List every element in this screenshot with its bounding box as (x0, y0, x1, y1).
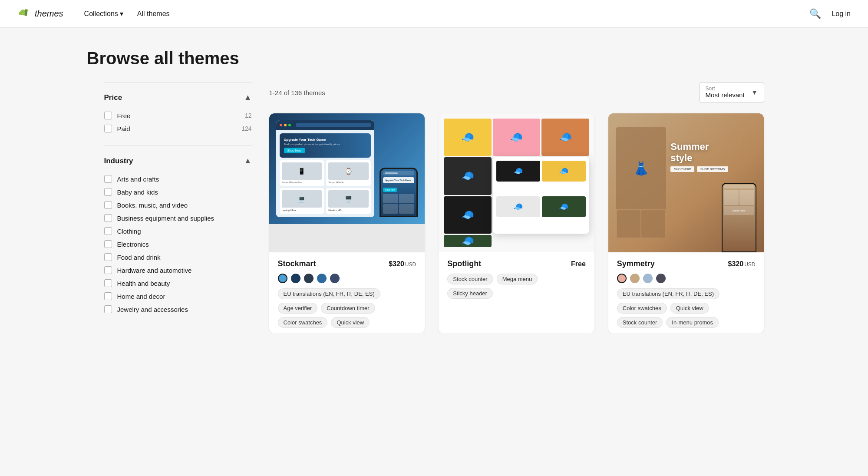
industry-filter-item: Books, music, and video (104, 198, 252, 212)
nav-links: Collections ▾ All themes (84, 10, 810, 18)
industry-label: Books, music, and video (117, 202, 188, 209)
color-swatch[interactable] (630, 274, 640, 283)
price-filter-items: Free 12 Paid 124 (104, 109, 252, 135)
sort-inner: Sort Most relevant (706, 86, 745, 99)
industry-collapse-icon: ▲ (244, 156, 252, 165)
industry-label: Hardware and automotive (117, 267, 192, 274)
price-collapse-icon: ▲ (244, 93, 252, 102)
theme-price: Free (571, 260, 586, 268)
theme-tag: Stock counter (617, 317, 663, 328)
theme-preview: Summerstyle SHOP NOW SHOP BOTTOMS 👗 Summ… (608, 113, 764, 252)
industry-checkbox[interactable] (104, 227, 112, 235)
industry-checkbox[interactable] (104, 253, 112, 261)
theme-card[interactable]: Upgrade Your Tech Game Find your perfect… (269, 113, 425, 333)
theme-tag: Color swatches (278, 317, 328, 328)
results-count: 1-24 of 136 themes (269, 89, 325, 96)
theme-name-row: Stockmart $320USD (278, 259, 416, 268)
price-count: 124 (241, 125, 251, 132)
theme-name-row: Symmetry $320USD (617, 259, 756, 268)
industry-filter-items: Arts and crafts Baby and kids Books, mus… (104, 172, 252, 316)
industry-filter-item: Jewelry and accessories (104, 303, 252, 316)
theme-tags: Stock counterMega menuSticky header (447, 274, 586, 299)
color-swatches (278, 274, 416, 283)
industry-filter-header[interactable]: Industry ▲ (104, 156, 252, 165)
industry-label: Arts and crafts (117, 175, 159, 183)
theme-tag: Sticky header (447, 288, 493, 299)
color-swatch[interactable] (656, 274, 666, 283)
theme-name: Symmetry (617, 259, 655, 268)
color-swatch[interactable] (317, 274, 327, 283)
price-label: Free (117, 112, 131, 119)
theme-info: Spotlight Free Stock counterMega menuSti… (439, 252, 594, 304)
theme-name-row: Spotlight Free (447, 259, 586, 268)
theme-name: Stockmart (278, 259, 316, 268)
sidebar: Price ▲ Free 12 Paid 124 Industry ▲ (104, 82, 252, 326)
industry-filter-item: Baby and kids (104, 185, 252, 198)
price-filter-header[interactable]: Price ▲ (104, 93, 252, 102)
industry-filter-item: Health and beauty (104, 277, 252, 290)
page-title: Browse all themes (87, 49, 782, 68)
color-swatch[interactable] (291, 274, 300, 283)
search-icon[interactable]: 🔍 (809, 8, 821, 20)
color-swatch[interactable] (330, 274, 340, 283)
sort-control[interactable]: Sort Most relevant ▼ (699, 82, 764, 103)
color-swatch[interactable] (617, 274, 627, 283)
industry-label: Clothing (117, 228, 141, 235)
industry-filter-item: Electronics (104, 238, 252, 251)
all-themes-link[interactable]: All themes (137, 10, 170, 18)
industry-filter-item: Clothing (104, 225, 252, 238)
color-swatch[interactable] (304, 274, 314, 283)
industry-checkbox[interactable] (104, 188, 112, 196)
sort-label: Sort (706, 86, 745, 91)
theme-tag: EU translations (EN, FR, IT, DE, ES) (617, 288, 719, 299)
navbar: themes Collections ▾ All themes 🔍 Log in (0, 0, 868, 28)
color-swatch[interactable] (278, 274, 287, 283)
login-link[interactable]: Log in (832, 10, 851, 18)
logo-link[interactable]: themes (17, 7, 63, 21)
industry-checkbox[interactable] (104, 214, 112, 222)
theme-preview: 🧢 🧢 🧢 🧢 🧢 🧢 🧢 🧢 🧢 🧢 (439, 113, 594, 252)
price-label: Paid (117, 125, 130, 132)
theme-name: Spotlight (447, 259, 481, 268)
themes-grid: Upgrade Your Tech Game Find your perfect… (269, 113, 764, 333)
price-count: 12 (245, 112, 252, 119)
theme-info: Stockmart $320USD EU translations (EN, F… (269, 252, 425, 333)
price-filter-section: Price ▲ Free 12 Paid 124 (104, 82, 252, 145)
industry-filter-item: Arts and crafts (104, 172, 252, 185)
price-filter-title: Price (104, 93, 122, 102)
results-bar: 1-24 of 136 themes Sort Most relevant ▼ (269, 82, 764, 103)
chevron-down-icon: ▾ (120, 10, 123, 18)
industry-label: Food and drink (117, 254, 161, 261)
price-checkbox[interactable] (104, 125, 112, 132)
nav-actions: 🔍 Log in (809, 8, 851, 20)
color-swatches (617, 274, 756, 283)
theme-info: Symmetry $320USD EU translations (EN, FR… (608, 252, 764, 333)
industry-checkbox[interactable] (104, 201, 112, 209)
industry-filter-title: Industry (104, 157, 133, 165)
industry-label: Home and decor (117, 293, 165, 300)
theme-tag: Mega menu (497, 274, 538, 284)
color-swatch[interactable] (643, 274, 653, 283)
industry-checkbox[interactable] (104, 240, 112, 248)
collections-link[interactable]: Collections ▾ (84, 10, 123, 18)
theme-card[interactable]: Summerstyle SHOP NOW SHOP BOTTOMS 👗 Summ… (608, 113, 764, 333)
industry-label: Electronics (117, 241, 149, 248)
industry-filter-item: Food and drink (104, 251, 252, 264)
industry-checkbox[interactable] (104, 266, 112, 274)
theme-tag: EU translations (EN, FR, IT, DE, ES) (278, 288, 380, 299)
theme-tag: Age verifier (278, 303, 318, 314)
sort-chevron-icon: ▼ (752, 89, 758, 96)
shopify-icon (17, 7, 31, 21)
theme-price: $320USD (389, 260, 416, 268)
industry-checkbox[interactable] (104, 292, 112, 300)
industry-checkbox[interactable] (104, 279, 112, 287)
price-checkbox[interactable] (104, 112, 112, 119)
sort-value: Most relevant (706, 91, 745, 99)
industry-filter-item: Business equipment and supplies (104, 212, 252, 225)
industry-checkbox[interactable] (104, 175, 112, 183)
theme-tag: In-menu promos (666, 317, 719, 328)
industry-checkbox[interactable] (104, 305, 112, 313)
theme-card[interactable]: 🧢 🧢 🧢 🧢 🧢 🧢 🧢 🧢 🧢 🧢 Spotlight Free Stock… (439, 113, 594, 333)
industry-filter-section: Industry ▲ Arts and crafts Baby and kids… (104, 145, 252, 326)
industry-filter-item: Home and decor (104, 290, 252, 303)
